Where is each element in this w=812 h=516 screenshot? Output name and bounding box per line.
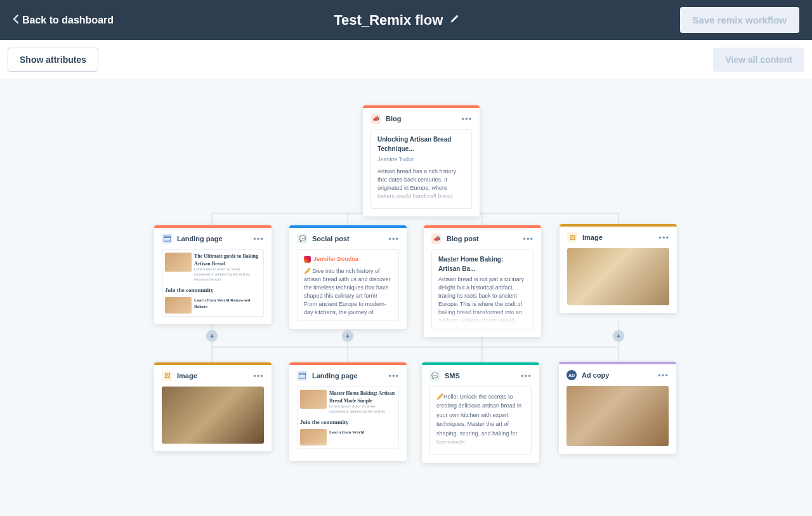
card-menu-button[interactable]: ••• xyxy=(388,234,399,244)
view-all-content-button[interactable]: View all content xyxy=(713,48,804,72)
card-menu-button[interactable]: ••• xyxy=(521,371,532,381)
card-menu-button[interactable]: ••• xyxy=(523,234,534,244)
show-attributes-button[interactable]: Show attributes xyxy=(8,48,98,72)
card-menu-button[interactable]: ••• xyxy=(658,371,669,380)
sms-icon: 💬 xyxy=(429,371,440,381)
social-icon: 💬 xyxy=(297,234,307,244)
blog-icon: 📣 xyxy=(431,234,442,244)
card-menu-button[interactable]: ••• xyxy=(658,233,669,242)
card-sms[interactable]: 💬 SMS ••• 🥖Hello! Unlock the secrets to … xyxy=(422,362,539,463)
chevron-left-icon xyxy=(13,15,18,26)
svg-rect-11 xyxy=(164,236,171,241)
svg-rect-13 xyxy=(299,373,306,378)
card-image-1[interactable]: 🖼 Image ••• xyxy=(560,224,677,313)
image-preview xyxy=(162,387,264,444)
landing-page-icon xyxy=(297,371,307,381)
ad-icon: AD xyxy=(566,370,577,380)
flow-canvas[interactable]: 📣 Blog ••• Unlocking Artisan Bread Techn… xyxy=(0,79,812,516)
card-landing-page[interactable]: Landing page ••• The Ultimate guide to B… xyxy=(154,225,272,324)
edit-title-button[interactable] xyxy=(449,14,459,27)
back-label: Back to dashboard xyxy=(22,15,114,26)
card-social-post[interactable]: 💬 Social post ••• Jennifer Doudna 🥖 Dive… xyxy=(289,225,407,329)
card-menu-button[interactable]: ••• xyxy=(253,371,264,381)
add-branch-button[interactable]: + xyxy=(206,330,218,341)
add-branch-button[interactable]: + xyxy=(342,330,353,341)
title-wrap: Test_Remix flow xyxy=(334,12,459,29)
blog-icon: 📣 xyxy=(370,114,381,124)
toolbar: Show attributes View all content xyxy=(0,40,812,79)
card-ad-copy[interactable]: AD Ad copy ••• xyxy=(559,362,676,454)
app-header: Back to dashboard Test_Remix flow Save r… xyxy=(0,0,812,40)
card-menu-button[interactable]: ••• xyxy=(253,234,264,244)
card-landing-page-2[interactable]: Landing page ••• Master Home Baking: Art… xyxy=(289,362,407,461)
add-branch-button[interactable]: + xyxy=(613,330,624,341)
page-title: Test_Remix flow xyxy=(334,12,443,29)
card-header: 📣 Blog ••• xyxy=(363,108,480,129)
card-blog-root[interactable]: 📣 Blog ••• Unlocking Artisan Bread Techn… xyxy=(363,105,480,216)
image-icon: 🖼 xyxy=(567,232,577,242)
ad-image-preview xyxy=(566,386,669,446)
card-image-2[interactable]: 🖼 Image ••• xyxy=(154,362,272,451)
image-icon: 🖼 xyxy=(162,371,172,381)
pencil-icon xyxy=(449,14,459,24)
image-preview xyxy=(567,248,669,305)
card-blog-post[interactable]: 📣 Blog post ••• Master Home Baking: Arti… xyxy=(424,225,541,337)
landing-page-icon xyxy=(162,234,172,244)
card-menu-button[interactable]: ••• xyxy=(388,371,399,381)
back-to-dashboard-link[interactable]: Back to dashboard xyxy=(13,15,114,26)
card-menu-button[interactable]: ••• xyxy=(461,114,472,124)
instagram-icon xyxy=(304,256,311,263)
save-workflow-button[interactable]: Save remix workflow xyxy=(680,7,799,33)
